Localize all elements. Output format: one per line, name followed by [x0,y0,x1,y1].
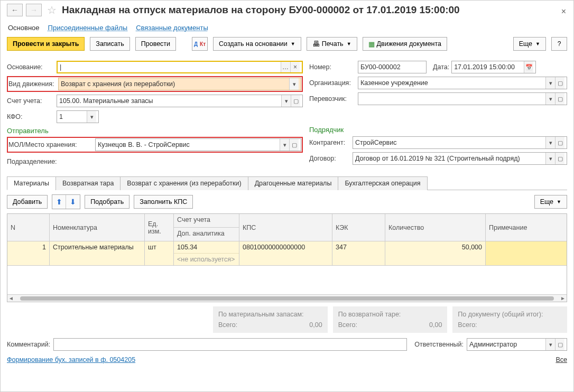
totals-container: По возвратной таре: Всего:0,00 [333,306,448,333]
favorite-star-icon[interactable]: ☆ [47,4,57,16]
all-link[interactable]: Все [556,356,567,363]
carrier-select[interactable]: ▾▢ [358,92,567,105]
cell-note [486,241,567,266]
contract-label: Договор: [309,155,350,162]
open-icon[interactable]: ▢ [555,339,564,350]
responsible-label: Ответственный: [414,341,464,348]
tab-more-button[interactable]: Еще▼ [534,195,567,209]
movement-type-select[interactable]: Возврат с хранения (из переработки)▾ [58,78,301,90]
contract-select[interactable]: Договор от 16.01.2019 № 321 (Строительны… [353,152,567,165]
cell-qty: 50,000 [385,241,486,266]
col-extra-analytics: Доп. аналитика [174,228,239,241]
post-and-close-button[interactable]: Провести и закрыть [7,37,85,51]
comment-label: Комментарий: [7,341,50,348]
tab-returnable-container[interactable]: Возвратная тара [55,176,121,190]
dt-kt-icon[interactable]: ДКт [192,37,208,51]
navlink-files[interactable]: Присоединенные файлы [48,24,128,32]
kfo-label: КФО: [7,113,54,120]
chevron-down-icon[interactable]: ▾ [545,137,555,148]
col-qty: Количество [385,214,486,241]
create-basis-button[interactable]: Создать на основании▼ [213,37,301,51]
cell-n: 1 [7,241,50,266]
date-label: Дата: [433,63,449,71]
number-input[interactable]: БУ00-000002 [358,61,427,73]
navlink-main[interactable]: Основное [8,24,40,32]
move-down-button[interactable]: ⬇ [66,195,80,209]
pick-button[interactable]: Подобрать [85,195,129,209]
col-kek: КЭК [332,214,385,241]
basis-label: Основание: [7,63,54,71]
col-note: Примечание [486,214,567,241]
cell-unit: шт [145,241,174,266]
cell-kps: 08010000000000000 [239,241,332,266]
chevron-down-icon[interactable]: ▾ [545,77,555,89]
carrier-label: Перевозчик: [309,95,356,102]
add-row-button[interactable]: Добавить [7,195,48,209]
movement-type-label: Вид движения: [8,80,56,88]
open-icon[interactable]: ▢ [555,93,564,105]
nav-forward-button[interactable]: → [26,4,42,16]
chevron-down-icon[interactable]: ▾ [280,139,289,151]
nav-back-button[interactable]: ← [7,4,23,16]
chevron-down-icon[interactable]: ▾ [281,95,291,107]
ellipsis-icon[interactable]: … [281,62,290,72]
post-button[interactable]: Провести [135,37,176,51]
calendar-icon[interactable]: 📅 [524,61,533,73]
write-button[interactable]: Записать [90,37,129,51]
chevron-down-icon[interactable]: ▾ [545,153,555,164]
totals-materials: По материальным запасам: Всего:0,00 [213,306,328,333]
open-icon[interactable]: ▢ [291,95,300,107]
cell-extra: <не используется> [174,254,239,265]
form-records-link[interactable]: Формирование бух. записей в ф. 0504205 [7,356,135,363]
sender-section-title: Отправитель [7,127,303,135]
mol-select[interactable]: Кузнецов В. В. - СтройСервис▾▢ [95,138,301,151]
counterparty-select[interactable]: СтройСервис▾▢ [353,136,567,149]
basis-input[interactable]: |…× [57,61,303,73]
open-icon[interactable]: ▢ [555,153,564,164]
org-label: Организация: [309,79,356,87]
contractor-section-title: Подрядчик [309,126,567,134]
open-icon[interactable]: ▢ [555,77,564,89]
table-row[interactable]: 1 Строительные материалы шт 105.34 <не и… [7,241,567,266]
kfo-select[interactable]: 1▾ [57,110,99,123]
move-up-button[interactable]: ⬆ [52,195,66,209]
cell-account: 105.34 [174,241,239,254]
chevron-down-icon[interactable]: ▾ [545,93,555,105]
col-unit: Ед. изм. [145,214,174,241]
number-label: Номер: [309,63,356,71]
date-input[interactable]: 17.01.2019 15:00:00📅 [451,61,536,73]
col-account: Счет учета [174,214,239,228]
col-n: N [7,214,50,241]
clear-icon[interactable]: × [290,62,300,72]
tab-precious[interactable]: Драгоценные материалы [248,176,339,190]
movements-button[interactable]: ▦Движения документа [363,37,447,51]
horizontal-scrollbar[interactable]: ◄► [7,294,567,302]
navlink-related[interactable]: Связанные документы [136,24,208,32]
help-button[interactable]: ? [551,37,567,51]
chevron-down-icon[interactable]: ▾ [545,339,555,350]
dept-label: Подразделение: [7,158,91,165]
movements-icon: ▦ [368,40,375,48]
tab-return-storage[interactable]: Возврат с хранения (из переработки) [120,176,248,190]
fill-kps-button[interactable]: Заполнить КПС [134,195,193,209]
tab-accounting[interactable]: Бухгалтерская операция [338,176,427,190]
col-nomenclature: Номенклатура [50,214,145,241]
account-select[interactable]: 105.00. Материальные запасы▾▢ [57,95,303,107]
chevron-down-icon[interactable]: ▾ [289,78,299,90]
org-select[interactable]: Казенное учреждение▾▢ [358,77,567,89]
print-button[interactable]: 🖶Печать▼ [307,37,357,51]
printer-icon: 🖶 [312,40,320,48]
responsible-select[interactable]: Администратор▾▢ [467,338,567,351]
col-kps: КПС [239,214,332,241]
account-label: Счет учета: [7,97,54,105]
tab-materials[interactable]: Материалы [7,176,56,190]
totals-document: По документу (общий итог): Всего: [452,306,567,333]
open-icon[interactable]: ▢ [289,139,299,151]
mol-label: МОЛ/Место хранения: [8,141,93,148]
chevron-down-icon[interactable]: ▾ [87,111,96,123]
cell-nomenclature: Строительные материалы [50,241,145,266]
comment-input[interactable] [53,338,407,351]
open-icon[interactable]: ▢ [555,137,564,148]
more-button[interactable]: Еще▼ [513,37,546,51]
close-icon[interactable]: × [561,7,566,16]
